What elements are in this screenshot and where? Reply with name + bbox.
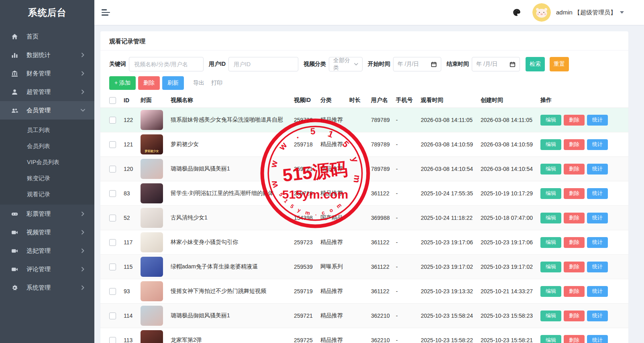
video-thumbnail[interactable]: [141, 183, 163, 203]
calendar-icon[interactable]: [509, 61, 516, 67]
reset-button[interactable]: 重置: [550, 57, 569, 71]
sidebar-item-home[interactable]: 首页: [0, 27, 94, 46]
column-header: ID: [124, 97, 141, 104]
sidebar-item-members[interactable]: 会员管理: [0, 101, 94, 120]
cell-id: 52: [124, 215, 141, 221]
sidebar-item-video[interactable]: 视频管理: [0, 223, 94, 242]
start-date-input[interactable]: 年 /月/日: [393, 57, 441, 71]
sidebar-item-system[interactable]: 系统管理: [0, 278, 94, 297]
table-body: 122猫系甜妹骨感美少女兔耳朵洗澡啪啪道具自慰259726精品推荐789789-…: [100, 108, 628, 343]
sidebar-item-concubine[interactable]: 选妃管理: [0, 242, 94, 260]
edit-button[interactable]: 编辑: [540, 213, 561, 223]
stats-button[interactable]: 统计: [587, 164, 608, 175]
cell-video-id: 259723: [294, 239, 320, 246]
delete-button[interactable]: 删除: [564, 262, 585, 272]
sidebar-subitem-member-list[interactable]: 会员列表: [0, 138, 94, 154]
video-thumbnail[interactable]: 萝莉裙少女: [141, 134, 163, 154]
calendar-icon[interactable]: [431, 61, 437, 67]
delete-button[interactable]: 删除: [564, 335, 585, 343]
theme-palette-icon[interactable]: [512, 8, 521, 17]
row-checkbox[interactable]: [109, 166, 116, 173]
edit-button[interactable]: 编辑: [540, 115, 561, 126]
row-checkbox[interactable]: [109, 313, 116, 319]
stats-button[interactable]: 统计: [587, 188, 608, 199]
content-card: 观看记录管理 关键词 用户ID 视频分类 全部分类 开始时间 年 /月/日 结束…: [100, 31, 628, 343]
sidebar-subitem-staff-list[interactable]: 员工列表: [0, 122, 94, 138]
sidebar-item-comments[interactable]: 评论管理: [0, 260, 94, 278]
refresh-button[interactable]: 刷新: [162, 76, 184, 90]
user-menu[interactable]: admin 【超级管理员】: [512, 3, 644, 22]
row-checkbox[interactable]: [109, 288, 116, 295]
stats-button[interactable]: 统计: [587, 311, 608, 321]
stats-button[interactable]: 统计: [587, 335, 608, 343]
date-placeholder: 年 /月/日: [476, 61, 498, 68]
stats-button[interactable]: 统计: [587, 139, 608, 150]
export-button[interactable]: 导出: [193, 79, 204, 87]
row-checkbox[interactable]: [109, 190, 116, 197]
edit-button[interactable]: 编辑: [540, 286, 561, 297]
delete-button[interactable]: 删除: [564, 286, 585, 297]
delete-button[interactable]: 删除: [564, 237, 585, 248]
stats-button[interactable]: 统计: [587, 237, 608, 248]
delete-button[interactable]: 删除: [564, 311, 585, 321]
cell-video-id: 259726: [294, 117, 320, 123]
row-checkbox[interactable]: [109, 141, 116, 148]
delete-button[interactable]: 删除: [564, 213, 585, 223]
stats-button[interactable]: 统计: [587, 262, 608, 272]
video-icon: [11, 248, 18, 254]
sidebar-item-stats[interactable]: 数据统计: [0, 46, 94, 64]
cell-category: 精品推荐: [320, 337, 349, 343]
edit-button[interactable]: 编辑: [540, 164, 561, 175]
sidebar-item-lottery[interactable]: 彩票管理: [0, 205, 94, 223]
video-thumbnail[interactable]: [141, 306, 163, 326]
row-checkbox[interactable]: [109, 239, 116, 246]
category-select[interactable]: 全部分类: [329, 57, 363, 71]
select-all-checkbox[interactable]: [109, 97, 116, 104]
search-button[interactable]: 检索: [526, 57, 545, 71]
stats-button[interactable]: 统计: [587, 115, 608, 126]
stats-button[interactable]: 统计: [587, 213, 608, 223]
sidebar-subitem-vip-member-list[interactable]: VIP会员列表: [0, 154, 94, 170]
video-thumbnail[interactable]: [141, 257, 163, 277]
video-thumbnail[interactable]: [141, 208, 163, 228]
sidebar-item-label: 系统管理: [26, 284, 51, 292]
stats-button[interactable]: 统计: [587, 286, 608, 297]
edit-button[interactable]: 编辑: [540, 311, 561, 321]
row-checkbox[interactable]: [109, 215, 116, 221]
delete-button[interactable]: 删除: [564, 139, 585, 150]
sidebar-item-superadmin[interactable]: 超管管理: [0, 83, 94, 101]
keyword-label: 关键词: [109, 61, 126, 68]
delete-button[interactable]: 删除: [564, 188, 585, 199]
keyword-input[interactable]: [129, 57, 204, 71]
edit-button[interactable]: 编辑: [540, 237, 561, 248]
print-button[interactable]: 打印: [211, 79, 222, 87]
row-checkbox[interactable]: [109, 337, 116, 343]
sidebar-item-finance[interactable]: 财务管理: [0, 64, 94, 83]
cell-title: 慢摇女神下海拍过不少热门跳舞短视频: [171, 288, 294, 295]
video-thumbnail[interactable]: [141, 281, 163, 301]
userid-input[interactable]: [228, 57, 298, 71]
edit-button[interactable]: 编辑: [540, 335, 561, 343]
delete-button[interactable]: 删除: [138, 76, 160, 90]
video-thumbnail[interactable]: [141, 159, 163, 179]
table-row: 117林家小妹变身小骚货勾引你259723精品推荐361122-2025-10-…: [100, 230, 628, 255]
admin-username[interactable]: admin 【超级管理员】: [556, 9, 616, 16]
sidebar-subitem-balance-records[interactable]: 账变记录: [0, 170, 94, 186]
cell-title: 林家小妹变身小骚货勾引你: [171, 239, 294, 246]
row-checkbox[interactable]: [109, 117, 116, 124]
sidebar-subitem-watch-records[interactable]: 观看记录: [0, 186, 94, 202]
row-checkbox[interactable]: [109, 264, 116, 270]
menu-toggle-icon[interactable]: [102, 8, 110, 17]
delete-button[interactable]: 删除: [564, 164, 585, 175]
edit-button[interactable]: 编辑: [540, 188, 561, 199]
video-thumbnail[interactable]: [141, 232, 163, 252]
avatar[interactable]: [532, 3, 551, 22]
end-date-input[interactable]: 年 /月/日: [472, 57, 520, 71]
video-thumbnail[interactable]: [141, 110, 163, 130]
video-thumbnail[interactable]: [141, 330, 163, 343]
edit-button[interactable]: 编辑: [540, 262, 561, 272]
add-button[interactable]: + 添加: [109, 76, 136, 90]
edit-button[interactable]: 编辑: [540, 139, 561, 150]
column-header: 封面: [141, 97, 171, 104]
delete-button[interactable]: 删除: [564, 115, 585, 126]
